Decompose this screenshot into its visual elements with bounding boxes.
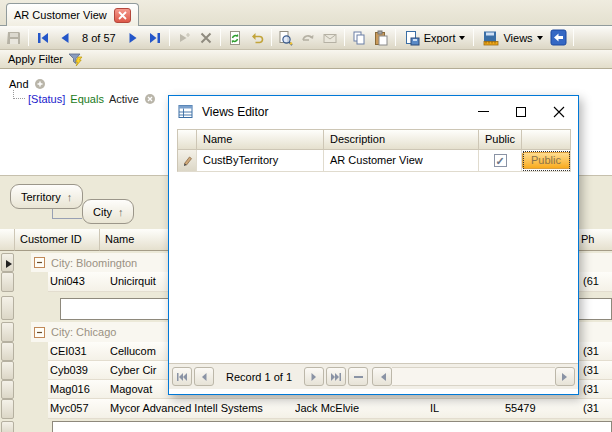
views-cell-name[interactable]: CustByTerritory — [197, 150, 324, 172]
delete-icon — [198, 30, 214, 46]
cell-customer-id: CEI031 — [50, 342, 105, 361]
cell-phone: (31 — [583, 380, 612, 399]
save-button[interactable] — [3, 28, 25, 48]
add-condition-icon[interactable] — [34, 78, 46, 90]
horizontal-scrollbar[interactable] — [372, 367, 575, 386]
views-cell-public: ✓ — [479, 150, 522, 172]
views-header-public[interactable]: Public — [479, 129, 522, 150]
group-button-territory[interactable]: Territory ↑ — [10, 184, 83, 209]
views-header-name[interactable]: Name — [197, 129, 324, 150]
apply-filter-bar[interactable]: Apply Filter — [0, 50, 612, 69]
collapse-group-icon[interactable] — [34, 257, 45, 268]
scrollbar-track[interactable] — [392, 367, 555, 386]
goto-icon — [300, 30, 316, 46]
toolbar-separator — [344, 29, 345, 46]
email-button[interactable] — [319, 28, 341, 48]
copy-button[interactable] — [348, 28, 370, 48]
filter-field[interactable]: [Status] — [28, 93, 65, 105]
nav-previous-button[interactable] — [194, 367, 214, 386]
delete-record-button[interactable] — [195, 28, 217, 48]
print-preview-button[interactable] — [275, 28, 297, 48]
group-button-label: City — [93, 206, 112, 218]
row-indicator — [1, 421, 14, 432]
first-record-button[interactable] — [32, 28, 54, 48]
main-toolbar: 8 of 57 — [0, 26, 612, 50]
dialog-close-button[interactable] — [540, 96, 578, 127]
dialog-title-bar[interactable]: Views Editor — [169, 96, 578, 127]
last-record-icon — [147, 30, 163, 46]
views-header-action[interactable] — [522, 129, 571, 150]
row-indicator — [1, 342, 14, 361]
filter-comparison[interactable]: Equals — [70, 93, 104, 105]
row-indicator — [1, 380, 14, 399]
nav-next-button[interactable] — [304, 367, 324, 386]
pencil-icon — [182, 155, 193, 167]
new-record-button[interactable] — [173, 28, 195, 48]
collapse-navigator-button[interactable] — [348, 367, 368, 386]
row-indicator — [1, 253, 14, 272]
remove-condition-icon[interactable] — [144, 93, 156, 105]
scroll-left-icon — [377, 373, 386, 381]
group-connector-line — [52, 208, 82, 219]
views-grid-row[interactable]: CustByTerritory AR Customer View ✓ Publi… — [177, 150, 571, 172]
collapse-group-icon[interactable] — [34, 327, 45, 338]
nav-last-button[interactable] — [326, 367, 346, 386]
next-record-icon — [125, 30, 141, 46]
current-row-arrow-icon — [6, 260, 16, 268]
goto-button[interactable] — [297, 28, 319, 48]
views-button[interactable]: Views — [477, 28, 547, 48]
grid-header-phone[interactable]: Ph — [576, 229, 612, 251]
cell-customer-id: Cyb039 — [50, 361, 105, 380]
paste-button[interactable] — [370, 28, 392, 48]
undo-button[interactable] — [246, 28, 268, 48]
grid-header-indicator — [0, 229, 15, 251]
toolbar-separator — [28, 29, 29, 46]
public-button[interactable]: Public — [522, 152, 570, 169]
filter-condition[interactable]: [Status] Equals Active — [28, 93, 156, 105]
cell-phone: (61 — [583, 272, 612, 291]
record-position: 8 of 57 — [76, 32, 122, 44]
public-checkbox[interactable]: ✓ — [494, 154, 507, 167]
minimize-button[interactable] — [464, 96, 502, 127]
cell-zip: 55479 — [505, 399, 565, 418]
email-icon — [322, 30, 338, 46]
filter-operator: And — [9, 78, 29, 90]
cell-customer-id: Uni043 — [50, 272, 105, 291]
toolbar-separator — [573, 29, 574, 46]
filter-tree-branch — [13, 90, 25, 99]
maximize-icon — [516, 107, 526, 117]
switch-view-button[interactable] — [548, 28, 570, 48]
last-record-button[interactable] — [144, 28, 166, 48]
views-header-description[interactable]: Description — [324, 129, 479, 150]
table-row-myc057[interactable]: Myc057 Mycor Advanced Intell Systems Jac… — [48, 399, 612, 419]
switch-view-icon — [550, 29, 567, 46]
filter-root-node[interactable]: And — [9, 78, 46, 90]
views-editor-dialog: Views Editor Name Description Public — [168, 95, 579, 395]
views-dropdown-caret-icon[interactable] — [537, 36, 543, 43]
refresh-button[interactable] — [224, 28, 246, 48]
grid-header-customer-id[interactable]: Customer ID — [15, 229, 100, 251]
scroll-left-button[interactable] — [372, 367, 392, 386]
tab-ar-customer-view[interactable]: AR Customer View — [6, 3, 139, 26]
maximize-button[interactable] — [502, 96, 540, 127]
sort-ascending-icon: ↑ — [67, 191, 73, 203]
sort-ascending-icon: ↑ — [118, 206, 124, 218]
toolbar-separator — [271, 29, 272, 46]
export-dropdown-caret-icon[interactable] — [459, 36, 465, 43]
next-record-button[interactable] — [122, 28, 144, 48]
tab-close-button[interactable] — [114, 8, 131, 23]
dialog-caption-buttons — [464, 96, 578, 127]
nav-first-button[interactable] — [172, 367, 192, 386]
export-button[interactable]: Export — [399, 28, 471, 48]
scroll-right-icon — [562, 373, 571, 381]
row-indicator — [1, 296, 14, 320]
previous-record-button[interactable] — [54, 28, 76, 48]
cell-customer-id: Mag016 — [50, 380, 105, 399]
export-label: Export — [424, 32, 456, 44]
scroll-right-button[interactable] — [555, 367, 575, 386]
views-editor-icon — [178, 104, 194, 119]
group-button-city[interactable]: City ↑ — [82, 199, 134, 224]
close-icon — [118, 11, 127, 20]
filter-value[interactable]: Active — [109, 93, 139, 105]
views-cell-description[interactable]: AR Customer View — [324, 150, 479, 172]
